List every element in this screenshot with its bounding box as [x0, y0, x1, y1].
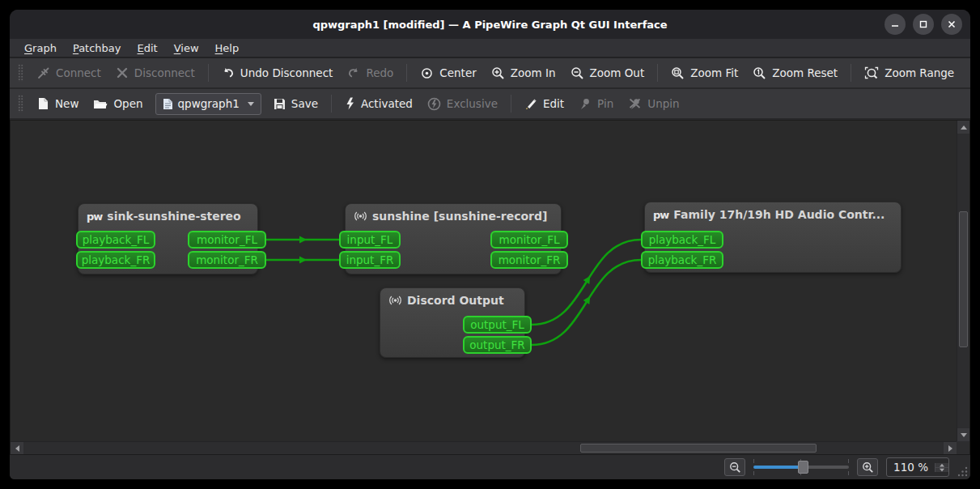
port-playback-fl[interactable]: playback_FL	[641, 231, 723, 249]
toolbar-drag-handle[interactable]	[18, 95, 23, 113]
triangle-down-icon	[940, 468, 944, 471]
disconnect-label: Disconnect	[134, 66, 195, 79]
status-zoom-in-button[interactable]	[857, 458, 878, 476]
toolbar-separator	[331, 95, 332, 113]
zoom-slider-handle[interactable]	[798, 461, 808, 474]
toolbar-separator	[511, 95, 511, 113]
activated-button[interactable]: Activated	[337, 93, 420, 114]
zoom-spinbox[interactable]: 110 %	[886, 457, 949, 477]
horizontal-scrollbar[interactable]	[11, 441, 957, 454]
title-bar[interactable]: qpwgraph1 [modified] — A PipeWire Graph …	[10, 10, 970, 39]
port-input-fr[interactable]: input_FR	[339, 251, 401, 269]
exclusive-button[interactable]: Exclusive	[420, 93, 505, 115]
port-monitor-fr[interactable]: monitor_FR	[188, 251, 266, 269]
undo-icon	[222, 66, 235, 79]
redo-button[interactable]: Redo	[340, 62, 401, 83]
maximize-button[interactable]	[913, 14, 934, 35]
new-button[interactable]: New	[30, 93, 86, 114]
connect-button[interactable]: Connect	[30, 62, 108, 83]
scrollbar-corner	[957, 441, 969, 454]
menu-help[interactable]: Help	[207, 40, 248, 56]
port-monitor-fr[interactable]: monitor_FR	[490, 251, 568, 269]
save-label: Save	[291, 97, 318, 110]
port-playback-fr[interactable]: playback_FR	[76, 251, 155, 269]
unpin-icon	[628, 97, 642, 110]
spin-down-button[interactable]	[935, 468, 948, 472]
scroll-left-button[interactable]	[11, 442, 23, 455]
toolbar-separator	[657, 64, 658, 82]
activated-bolt-icon	[345, 97, 355, 110]
minimize-button[interactable]	[885, 14, 906, 35]
scroll-up-button[interactable]	[957, 121, 970, 134]
disconnect-button[interactable]: Disconnect	[108, 62, 202, 83]
center-button[interactable]: Center	[413, 62, 483, 84]
center-icon	[420, 66, 434, 80]
redo-icon	[347, 66, 360, 79]
resize-grip[interactable]	[957, 466, 968, 477]
menu-graph[interactable]: Graph	[16, 40, 65, 56]
port-playback-fl[interactable]: playback_FL	[76, 231, 155, 249]
zoom-range-icon	[864, 66, 879, 80]
triangle-up-icon	[940, 463, 944, 466]
zoom-slider[interactable]	[753, 458, 849, 476]
node-title: sink-sunshine-stereo	[107, 210, 240, 223]
unpin-label: Unpin	[647, 97, 679, 110]
menu-edit[interactable]: Edit	[129, 40, 166, 56]
stream-icon	[354, 210, 367, 223]
slider-tick	[848, 459, 849, 463]
zoom-range-label: Zoom Range	[885, 66, 954, 79]
window-controls	[885, 14, 962, 35]
scroll-right-button[interactable]	[944, 442, 957, 455]
zoom-fit-button[interactable]: Zoom Fit	[664, 62, 745, 84]
menu-view[interactable]: View	[166, 40, 207, 56]
graph-canvas[interactable]: pw sink-sunshine-stereo playback_FL play…	[11, 121, 957, 441]
close-icon	[947, 19, 957, 29]
zoom-reset-button[interactable]: Zoom Reset	[745, 62, 845, 84]
stream-icon	[388, 294, 402, 307]
node-title-row: pw sink-sunshine-stereo	[78, 204, 257, 223]
port-playback-fr[interactable]: playback_FR	[641, 251, 723, 269]
unpin-button[interactable]: Unpin	[621, 93, 686, 114]
connect-icon	[37, 66, 50, 79]
toolbar-drag-handle[interactable]	[18, 64, 23, 82]
zoom-out-button[interactable]: Zoom Out	[563, 62, 652, 84]
exclusive-bolt-icon	[427, 97, 441, 111]
vertical-scroll-thumb[interactable]	[959, 211, 968, 347]
zoom-reset-label: Zoom Reset	[772, 66, 838, 79]
edit-button[interactable]: Edit	[517, 93, 571, 114]
close-button[interactable]	[941, 14, 962, 35]
scroll-down-button[interactable]	[957, 428, 970, 441]
port-input-fl[interactable]: input_FL	[339, 231, 401, 249]
connection-wires	[11, 121, 957, 441]
pin-button[interactable]: Pin	[571, 93, 621, 114]
open-folder-icon	[93, 98, 108, 110]
zoom-in-label: Zoom In	[511, 66, 556, 79]
zoom-in-button[interactable]: Zoom In	[484, 62, 563, 84]
port-output-fr[interactable]: output_FR	[463, 336, 532, 354]
zoom-range-button[interactable]: Zoom Range	[857, 62, 961, 84]
undo-disconnect-button[interactable]: Undo Disconnect	[214, 62, 341, 83]
status-zoom-out-button[interactable]	[724, 458, 745, 476]
toolbar-separator	[851, 64, 851, 82]
port-monitor-fl[interactable]: monitor_FL	[490, 231, 568, 249]
app-window: qpwgraph1 [modified] — A PipeWire Graph …	[10, 10, 970, 479]
port-output-fl[interactable]: output_FL	[463, 316, 532, 334]
zoom-fit-label: Zoom Fit	[690, 66, 738, 79]
menu-patchbay[interactable]: Patchbay	[65, 40, 129, 56]
chevron-down-icon	[248, 102, 254, 106]
slider-groove-filled	[753, 466, 802, 469]
wire-arrow	[583, 294, 593, 304]
graph-canvas-frame: pw sink-sunshine-stereo playback_FL play…	[10, 120, 970, 455]
patchbay-file-icon	[163, 98, 173, 110]
horizontal-scroll-thumb[interactable]	[580, 444, 817, 453]
patchbay-selector-value: qpwgraph1	[178, 97, 240, 110]
open-button[interactable]: Open	[86, 93, 150, 114]
save-button[interactable]: Save	[266, 93, 325, 114]
port-monitor-fl[interactable]: monitor_FL	[188, 231, 266, 249]
new-file-icon	[37, 97, 49, 110]
vertical-scrollbar[interactable]	[957, 121, 969, 441]
node-title: Discord Output	[407, 294, 504, 307]
patchbay-selector[interactable]: qpwgraph1	[155, 93, 261, 115]
status-bar: 110 %	[10, 455, 970, 479]
triangle-down-icon	[961, 433, 967, 437]
